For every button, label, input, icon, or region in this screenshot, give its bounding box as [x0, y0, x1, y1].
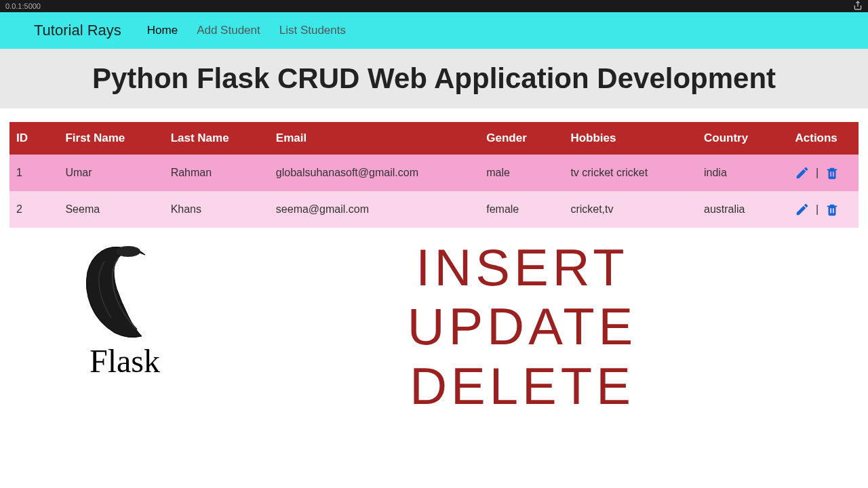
crud-word-update: UPDATE	[213, 297, 831, 356]
th-actions: Actions	[788, 122, 859, 155]
action-separator: |	[816, 203, 818, 215]
th-email: Email	[269, 122, 479, 155]
cell-id: 1	[9, 155, 58, 191]
page-title: Python Flask CRUD Web Application Develo…	[0, 62, 868, 95]
crud-word-delete: DELETE	[213, 357, 831, 415]
crud-words: INSERT UPDATE DELETE	[213, 238, 831, 415]
cell-first-name: Seema	[58, 191, 163, 228]
action-separator: |	[816, 167, 818, 178]
svg-point-1	[116, 246, 140, 257]
cell-gender: male	[479, 155, 564, 191]
brand-text: Tutorial Rays	[34, 22, 121, 39]
delete-icon[interactable]	[825, 165, 840, 180]
edit-icon[interactable]	[795, 202, 810, 217]
cell-country: australia	[697, 191, 789, 228]
table-header-row: ID First Name Last Name Email Gender Hob…	[9, 122, 859, 155]
share-icon[interactable]	[853, 1, 863, 12]
table-row: 1 Umar Rahman globalsuhanasoft@gmail.com…	[9, 155, 859, 191]
cell-email: globalsuhanasoft@gmail.com	[269, 155, 479, 191]
nav-link-add-student[interactable]: Add Student	[197, 24, 260, 37]
th-gender: Gender	[479, 122, 564, 155]
nav-link-list-students[interactable]: List Students	[279, 24, 346, 37]
th-first-name: First Name	[58, 122, 163, 155]
table-row: 2 Seema Khans seema@gmail.com female cri…	[9, 191, 859, 228]
url-text: 0.0.1:5000	[5, 2, 41, 10]
flask-horn-icon	[37, 238, 213, 349]
th-country: Country	[697, 122, 789, 155]
cell-first-name: Umar	[58, 155, 163, 191]
main-container: ID First Name Last Name Email Gender Hob…	[0, 108, 868, 415]
flask-logo-text: Flask	[37, 342, 213, 380]
th-last-name: Last Name	[164, 122, 269, 155]
students-table: ID First Name Last Name Email Gender Hob…	[9, 122, 859, 228]
cell-actions: |	[788, 191, 859, 228]
browser-address-bar: 0.0.1:5000	[0, 0, 868, 12]
delete-icon[interactable]	[825, 202, 840, 217]
cell-hobbies: tv cricket cricket	[564, 155, 697, 191]
cell-hobbies: cricket,tv	[564, 191, 697, 228]
cell-gender: female	[479, 191, 564, 228]
cell-country: india	[697, 155, 789, 191]
crud-word-insert: INSERT	[213, 238, 831, 297]
navbar: Tutorial Rays Home Add Student List Stud…	[0, 12, 868, 49]
cell-actions: |	[788, 155, 859, 191]
cell-id: 2	[9, 191, 58, 228]
th-id: ID	[9, 122, 58, 155]
cell-last-name: Rahman	[164, 155, 269, 191]
title-band: Python Flask CRUD Web Application Develo…	[0, 49, 868, 108]
cell-last-name: Khans	[164, 191, 269, 228]
edit-icon[interactable]	[795, 165, 810, 180]
nav-link-home[interactable]: Home	[147, 24, 178, 37]
th-hobbies: Hobbies	[564, 122, 697, 155]
flask-logo: Flask	[37, 238, 213, 380]
cell-email: seema@gmail.com	[269, 191, 479, 228]
bottom-section: Flask INSERT UPDATE DELETE	[9, 238, 859, 415]
